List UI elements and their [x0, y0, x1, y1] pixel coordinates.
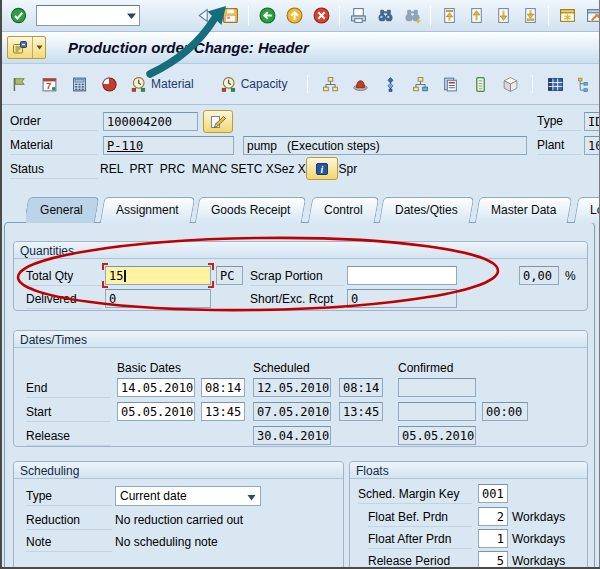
general-tab-panel: Quantities Total Qty 15 PC Scrap Portion…	[4, 222, 595, 569]
back-icon	[259, 7, 276, 24]
sched-margin-key-field[interactable]: 001	[478, 484, 508, 503]
total-qty-field[interactable]: 15	[105, 266, 211, 285]
package-icon	[502, 76, 519, 93]
cancel-button[interactable]	[309, 4, 333, 28]
exit-icon	[286, 7, 303, 24]
plant-field: 10	[584, 136, 600, 155]
tab-general[interactable]: General	[26, 197, 99, 223]
hierarchy-tree-icon	[577, 76, 594, 93]
print-icon	[350, 7, 367, 24]
table-view-button[interactable]	[544, 72, 566, 96]
command-field[interactable]	[36, 5, 140, 26]
change-pencil-icon	[210, 114, 227, 130]
page-down-icon	[495, 7, 512, 24]
start-scheduled-time-field: 13:45	[339, 402, 383, 421]
text-cursor	[124, 270, 126, 282]
find-icon	[377, 7, 394, 24]
find-next-button[interactable]	[400, 4, 424, 28]
find-button[interactable]	[373, 4, 397, 28]
dates-times-title: Dates/Times	[20, 333, 87, 347]
start-basic-time-field[interactable]: 13:45	[201, 402, 245, 421]
print-button[interactable]	[346, 4, 370, 28]
change-display-button[interactable]	[203, 110, 233, 133]
toolbar-separator	[548, 6, 549, 26]
page-up-button[interactable]	[464, 4, 488, 28]
start-basic-date-field[interactable]: 05.05.2010	[117, 402, 195, 421]
command-input[interactable]	[37, 7, 124, 24]
svg-text:i: i	[321, 164, 324, 175]
start-confirmed-date-field	[398, 402, 476, 421]
scheduling-type-dropdown[interactable]: Current date	[115, 486, 261, 506]
create-shortcut-button[interactable]	[582, 4, 600, 28]
delivered-label: Delivered	[26, 292, 102, 309]
enter-button[interactable]	[6, 4, 30, 28]
scrap-portion-field[interactable]	[347, 266, 457, 285]
sequence-button[interactable]	[379, 72, 401, 96]
tab-goods-receipt[interactable]: Goods Receipt	[195, 197, 307, 223]
menu-dropdown-icon[interactable]	[32, 37, 45, 58]
start-row-label: Start	[26, 405, 111, 422]
end-basic-time-field[interactable]: 08:14	[201, 378, 245, 397]
tab-dates-qties[interactable]: Dates/Qties	[379, 197, 474, 223]
svg-text:7: 7	[46, 80, 51, 90]
exit-button[interactable]	[282, 4, 306, 28]
network-icon	[412, 76, 429, 93]
float-after-field[interactable]: 1	[478, 529, 508, 548]
release-period-unit: Workdays	[512, 554, 565, 568]
material-description-field: pump (Execution steps)	[243, 136, 527, 155]
menu-icon	[12, 40, 28, 56]
calculator-icon	[71, 76, 88, 93]
note-value: No scheduling note	[115, 535, 218, 549]
item-list-button[interactable]	[469, 72, 491, 96]
date-button[interactable]: 7	[38, 72, 60, 96]
short-exc-rcpt-label: Short/Exc. Rcpt	[250, 292, 344, 309]
material-label: Material	[10, 138, 98, 155]
find-next-icon	[404, 7, 421, 24]
flag-button[interactable]	[8, 72, 30, 96]
capacity-button[interactable]: Capacity	[218, 72, 290, 96]
scrap-portion-label: Scrap Portion	[250, 269, 344, 286]
scheduling-groupbox: Scheduling Type Current date Reduction N…	[13, 461, 344, 569]
release-period-label: Release Period	[368, 554, 472, 569]
scheduling-title: Scheduling	[20, 464, 79, 478]
enter-check-icon	[10, 7, 27, 24]
sequence-icon	[382, 76, 399, 93]
first-page-button[interactable]	[437, 4, 461, 28]
tab-long-text[interactable]: Long Text	[573, 197, 600, 223]
hide-command-button[interactable]	[191, 4, 215, 28]
network-button[interactable]	[409, 72, 431, 96]
type-field: ID	[584, 112, 600, 131]
create-shortcut-icon	[586, 7, 600, 24]
hat-button[interactable]	[349, 72, 371, 96]
calculator-button[interactable]	[68, 72, 90, 96]
pie-chart-button[interactable]	[98, 72, 120, 96]
last-page-button[interactable]	[518, 4, 542, 28]
float-before-field[interactable]: 2	[478, 507, 508, 526]
end-basic-date-field[interactable]: 14.05.2010	[117, 378, 195, 397]
tab-assignment[interactable]: Assignment	[99, 197, 194, 223]
command-dropdown-icon[interactable]	[124, 12, 139, 20]
float-before-unit: Workdays	[512, 510, 565, 524]
tab-master-data[interactable]: Master Data	[475, 197, 573, 223]
order-field: 100004200	[103, 112, 198, 131]
release-period-field[interactable]: 5	[478, 551, 508, 569]
material-button[interactable]: Material	[128, 72, 196, 96]
save-button[interactable]	[218, 4, 242, 28]
page-down-button[interactable]	[491, 4, 515, 28]
org-chart-button[interactable]	[319, 72, 341, 96]
order-header-form: Order 100004200 Type ID Material P-110 p…	[0, 105, 600, 197]
percent-sign-label: %	[565, 269, 576, 283]
material-field[interactable]: P-110	[103, 136, 234, 155]
package-button[interactable]	[499, 72, 521, 96]
status-info-button[interactable]: i	[306, 157, 338, 180]
date-icon: 7	[41, 76, 58, 93]
tab-control[interactable]: Control	[308, 197, 379, 223]
new-session-button[interactable]	[555, 4, 579, 28]
flag-icon	[11, 76, 28, 93]
last-page-icon	[522, 7, 539, 24]
gui-menu-button[interactable]	[7, 36, 46, 59]
end-row-label: End	[26, 381, 111, 398]
hierarchy-tree-button[interactable]	[574, 72, 596, 96]
back-button[interactable]	[255, 4, 279, 28]
documents-button[interactable]	[439, 72, 461, 96]
